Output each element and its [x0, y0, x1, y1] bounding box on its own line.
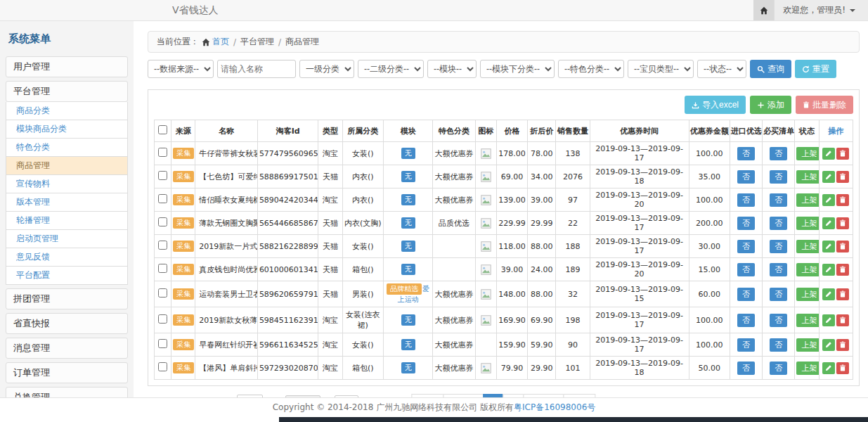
pager-button-0[interactable]: 首页 [411, 394, 443, 398]
import-select-toggle[interactable]: 否 [737, 147, 755, 160]
page-number-input[interactable] [335, 395, 358, 397]
import-select-toggle[interactable]: 否 [737, 288, 755, 301]
row-checkbox[interactable] [158, 314, 167, 324]
search-button[interactable]: 查询 [750, 60, 791, 78]
delete-button[interactable] [836, 362, 849, 374]
row-checkbox[interactable] [158, 148, 167, 157]
status-button[interactable]: 上架 [796, 362, 819, 375]
pager-button-3[interactable]: 2 [503, 394, 524, 398]
jump-button[interactable]: 跳转到 [285, 395, 320, 398]
row-checkbox[interactable] [158, 241, 167, 250]
sidebar-item-12[interactable]: 拼团管理 [6, 288, 128, 309]
status-button[interactable]: 上架 [796, 288, 819, 301]
sidebar-item-4[interactable]: 特色分类 [6, 139, 128, 157]
sidebar-item-3[interactable]: 模块商品分类 [6, 120, 128, 139]
import-select-toggle[interactable]: 否 [737, 193, 755, 207]
per-page-select[interactable]: 10 [237, 395, 263, 397]
edit-button[interactable] [822, 194, 835, 206]
edit-button[interactable] [822, 362, 835, 374]
must-buy-toggle[interactable]: 否 [770, 217, 787, 230]
import-select-toggle[interactable]: 否 [737, 217, 755, 230]
import-select-toggle[interactable]: 否 [737, 170, 755, 184]
status-button[interactable]: 上架 [796, 263, 819, 276]
home-button[interactable] [753, 0, 775, 20]
must-buy-toggle[interactable]: 否 [770, 193, 787, 207]
filter-select-0[interactable]: --数据来源-- [148, 60, 214, 78]
sidebar-item-8[interactable]: 轮播管理 [6, 212, 128, 230]
sidebar-item-5[interactable]: 商品管理 [6, 157, 128, 175]
filter-select-2[interactable]: --二级分类-- [358, 60, 424, 78]
filter-select-1[interactable]: 一级分类 [299, 60, 354, 78]
must-buy-toggle[interactable]: 否 [770, 314, 787, 327]
must-buy-toggle[interactable]: 否 [770, 240, 787, 253]
breadcrumb-home-link[interactable]: 首页 [202, 36, 229, 48]
import-select-toggle[interactable]: 否 [737, 362, 755, 375]
sidebar-item-6[interactable]: 宣传物料 [6, 175, 128, 193]
delete-button[interactable] [836, 339, 849, 351]
filter-select-5[interactable]: --特色分类-- [558, 60, 624, 78]
filter-select-4[interactable]: --模块下分类-- [480, 60, 555, 78]
must-buy-toggle[interactable]: 否 [770, 170, 787, 184]
sidebar-item-1[interactable]: 平台管理 [6, 81, 128, 102]
filter-select-3[interactable]: --模块-- [427, 60, 477, 78]
delete-button[interactable] [836, 288, 849, 300]
delete-button[interactable] [836, 217, 849, 229]
filter-select-7[interactable]: --状态-- [697, 60, 746, 78]
filter-select-6[interactable]: --宝贝类型-- [628, 60, 694, 78]
edit-button[interactable] [822, 264, 835, 276]
sidebar-item-2[interactable]: 商品分类 [6, 102, 128, 120]
import-select-toggle[interactable]: 否 [737, 263, 755, 276]
sidebar-item-0[interactable]: 用户管理 [6, 56, 128, 77]
must-buy-toggle[interactable]: 否 [770, 338, 787, 352]
delete-button[interactable] [836, 241, 849, 252]
import-excel-button[interactable]: 导入excel [685, 96, 746, 114]
sidebar-item-14[interactable]: 消息管理 [6, 338, 128, 359]
icp-link[interactable]: 粤ICP备16098006号 [514, 402, 595, 412]
sidebar-item-10[interactable]: 意见反馈 [6, 248, 128, 267]
delete-button[interactable] [836, 314, 849, 326]
must-buy-toggle[interactable]: 否 [770, 362, 787, 375]
status-button[interactable]: 上架 [796, 170, 819, 184]
edit-button[interactable] [822, 314, 835, 326]
pager-button-5[interactable]: 末页 [563, 394, 595, 398]
row-checkbox[interactable] [158, 339, 167, 348]
reset-button[interactable]: 重置 [795, 60, 836, 78]
import-select-toggle[interactable]: 否 [737, 314, 755, 327]
delete-button[interactable] [836, 171, 849, 183]
delete-button[interactable] [836, 194, 849, 206]
row-checkbox[interactable] [158, 217, 167, 226]
pager-button-4[interactable]: 下一页 [523, 394, 564, 398]
must-buy-toggle[interactable]: 否 [770, 147, 787, 160]
edit-button[interactable] [822, 241, 835, 252]
select-all-checkbox[interactable] [158, 125, 167, 134]
row-checkbox[interactable] [158, 362, 167, 371]
status-button[interactable]: 上架 [796, 147, 819, 160]
sidebar-item-9[interactable]: 启动页管理 [6, 230, 128, 248]
status-button[interactable]: 上架 [796, 240, 819, 253]
import-select-toggle[interactable]: 否 [737, 240, 755, 253]
row-checkbox[interactable] [158, 264, 167, 273]
sidebar-item-7[interactable]: 版本管理 [6, 193, 128, 212]
status-button[interactable]: 上架 [796, 217, 819, 230]
pager-button-1[interactable]: 上一页 [443, 394, 484, 398]
row-checkbox[interactable] [158, 194, 167, 203]
sidebar-item-15[interactable]: 订单管理 [6, 362, 128, 383]
edit-button[interactable] [822, 288, 835, 300]
import-select-toggle[interactable]: 否 [737, 338, 755, 352]
delete-button[interactable] [836, 148, 849, 160]
row-checkbox[interactable] [158, 288, 167, 298]
sidebar-item-11[interactable]: 平台配置 [6, 267, 128, 285]
delete-button[interactable] [836, 264, 849, 276]
batch-delete-button[interactable]: 批量删除 [796, 96, 853, 114]
status-button[interactable]: 上架 [796, 338, 819, 352]
status-button[interactable]: 上架 [796, 314, 819, 327]
edit-button[interactable] [822, 339, 835, 351]
name-search-input[interactable] [217, 60, 296, 78]
edit-button[interactable] [822, 217, 835, 229]
pager-button-2[interactable]: 1 [483, 394, 504, 398]
add-button[interactable]: 添加 [750, 96, 791, 114]
user-menu[interactable]: 欢迎您，管理员! [775, 0, 868, 20]
sidebar-item-16[interactable]: 兑换管理 [6, 387, 128, 397]
status-button[interactable]: 上架 [796, 193, 819, 207]
must-buy-toggle[interactable]: 否 [770, 263, 787, 276]
